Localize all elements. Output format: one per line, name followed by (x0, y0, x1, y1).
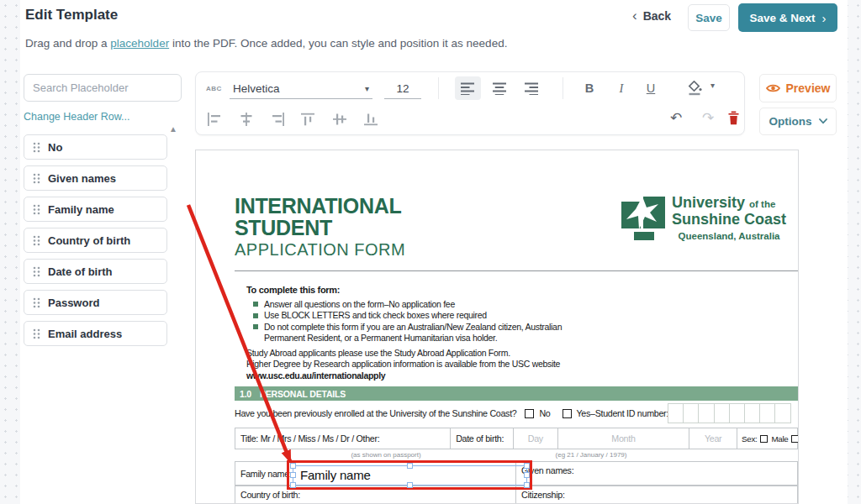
change-header-row-link[interactable]: Change Header Row... (24, 111, 129, 123)
sidebar-item-label: Country of birth (48, 234, 130, 247)
logo-university: University (672, 194, 745, 211)
align-text-right-icon (525, 82, 539, 95)
align-object-left-button[interactable] (203, 109, 225, 129)
resize-handle[interactable] (290, 463, 296, 469)
sidebar-item-given-names[interactable]: Given names (24, 165, 167, 191)
align-object-top-icon (301, 113, 316, 126)
resize-handle[interactable] (407, 482, 413, 488)
font-size-input[interactable] (384, 79, 421, 99)
sidebar-item-label: Date of birth (48, 265, 113, 278)
logo-sunshine-coast: Sunshine Coast (672, 212, 786, 227)
resize-handle[interactable] (524, 482, 530, 488)
undo-button[interactable]: ↶ (665, 108, 687, 128)
italic-button[interactable]: I (610, 77, 632, 99)
given-names-cell: Given names: (516, 462, 797, 485)
search-input[interactable] (24, 74, 182, 102)
delete-button[interactable] (724, 108, 742, 127)
citizenship-cell: Citizenship: (516, 486, 797, 504)
align-object-center-h-icon (239, 113, 254, 126)
instruction-bullet: Use BLOCK LETTERS and tick check boxes w… (264, 310, 487, 322)
save-next-button[interactable]: Save & Next › (738, 3, 837, 32)
resize-handle[interactable] (290, 472, 296, 478)
placed-placeholder-text: Family name (300, 468, 371, 482)
student-id-boxes (668, 403, 791, 423)
align-text-left-icon (461, 82, 475, 95)
dob-example-caption: (eg 21 / January / 1979) (507, 451, 675, 459)
checkbox-male (760, 435, 768, 443)
options-button[interactable]: Options (759, 108, 837, 135)
align-text-center-icon (493, 82, 507, 95)
usc-logo-text: University of the Sunshine Coast Queensl… (672, 195, 786, 242)
usc-logo: University of the Sunshine Coast Queensl… (621, 195, 786, 242)
bullet-square-icon (253, 324, 258, 329)
align-object-right-button[interactable] (267, 109, 288, 129)
align-text-right-button[interactable] (519, 76, 545, 100)
sidebar-item-label: No (48, 141, 62, 154)
usc-logo-mark-icon (621, 195, 665, 242)
sex-label: Sex: (742, 434, 757, 444)
instruction-note: Higher Degree by Research application in… (246, 359, 625, 370)
sidebar-item-label: Email address (48, 328, 122, 340)
subtitle-pre: Drag and drop a (25, 37, 110, 50)
align-object-top-button[interactable] (298, 109, 320, 129)
chevron-right-icon: › (822, 11, 827, 25)
pdf-title-line3: APPLICATION FORM (235, 240, 405, 260)
section-title: PERSONAL DETAILS (260, 389, 346, 399)
fill-color-button[interactable] (684, 77, 705, 99)
drag-handle-icon (33, 173, 40, 184)
bullet-square-icon (253, 302, 258, 307)
align-object-bottom-button[interactable] (361, 109, 383, 129)
fill-color-caret-icon[interactable]: ▾ (710, 81, 715, 90)
redo-button[interactable]: ↷ (697, 108, 719, 128)
back-button[interactable]: ‹ Back (632, 9, 671, 23)
pdf-instructions: To complete this form: Answer all questi… (246, 285, 625, 381)
divider (438, 77, 439, 99)
font-family-value: Helvetica (233, 82, 280, 95)
id-digit-box (774, 403, 790, 423)
align-text-left-button[interactable] (455, 76, 481, 100)
male-label: Male (771, 434, 788, 444)
preview-label: Preview (786, 81, 831, 95)
instructions-url: www.usc.edu.au/internationalapply (246, 370, 625, 382)
resize-handle[interactable] (524, 463, 530, 469)
sidebar-item-email-address[interactable]: Email address (24, 321, 167, 346)
instruction-bullet: Answer all questions on the form–No appl… (264, 299, 455, 311)
align-text-center-button[interactable] (487, 76, 513, 100)
align-object-center-h-button[interactable] (235, 109, 257, 129)
logo-region: Queensland, Australia (672, 232, 786, 242)
scroll-up-icon[interactable]: ▲ (169, 124, 177, 134)
underline-button[interactable]: U (640, 77, 662, 99)
id-digit-box (698, 403, 714, 423)
resize-handle[interactable] (290, 482, 296, 488)
placed-placeholder-element[interactable]: Family name (293, 465, 527, 486)
font-family-select[interactable]: Helvetica ▾ (230, 79, 372, 99)
subtitle-post: into the PDF. Once added, you can style … (169, 37, 507, 50)
preview-button[interactable]: Preview (759, 74, 837, 102)
subtitle: Drag and drop a placeholder into the PDF… (25, 37, 507, 50)
save-button[interactable]: Save (688, 4, 730, 31)
pdf-title-line1: INTERNATIONAL (235, 195, 401, 217)
trash-icon (727, 111, 740, 125)
enrolled-question: Have you been previously enrolled at the… (235, 408, 516, 418)
options-label: Options (769, 115, 812, 128)
placeholder-link[interactable]: placeholder (110, 37, 169, 50)
drag-handle-icon (33, 235, 40, 246)
section-header: 1.0 PERSONAL DETAILS (235, 386, 798, 401)
logo-of-the: of the (749, 199, 775, 209)
passport-caption: (as shown on passport) (302, 451, 470, 459)
enrolled-question-row: Have you been previously enrolled at the… (235, 402, 668, 424)
sidebar-item-password[interactable]: Password (24, 290, 167, 315)
sidebar-item-label: Given names (48, 172, 116, 185)
align-object-center-v-button[interactable] (330, 109, 351, 129)
id-digit-box (714, 403, 730, 423)
resize-handle[interactable] (407, 463, 413, 469)
sidebar-item-country-of-birth[interactable]: Country of birth (24, 228, 167, 253)
resize-handle[interactable] (524, 472, 530, 478)
sidebar-item-no[interactable]: No (24, 134, 167, 160)
formatting-toolbar: ABC Helvetica ▾ B I U ▾ ↶ ↷ (195, 71, 745, 135)
bold-button[interactable]: B (578, 77, 600, 99)
sidebar-item-date-of-birth[interactable]: Date of birth (24, 259, 167, 284)
drag-handle-icon (33, 204, 40, 215)
sidebar-item-family-name[interactable]: Family name (24, 197, 167, 222)
instructions-heading: To complete this form: (246, 285, 625, 297)
